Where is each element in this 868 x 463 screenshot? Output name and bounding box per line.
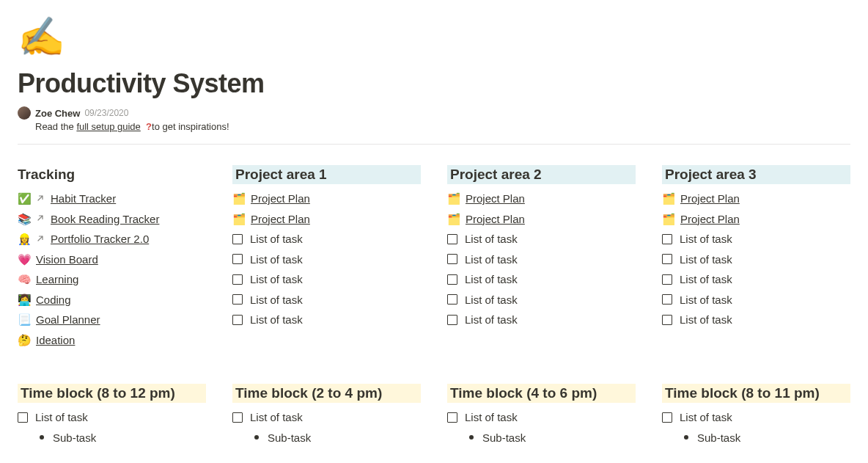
checkbox[interactable] <box>662 315 672 325</box>
tracking-item[interactable]: 👩‍💻Coding <box>18 290 206 310</box>
todo-item[interactable]: List of task <box>662 407 850 428</box>
sub-task-item: Sub-task <box>40 428 206 448</box>
tracking-item[interactable]: 👷‍♀️Portfolio Tracker 2.0 <box>18 229 206 249</box>
todo-label: List of task <box>465 310 518 329</box>
project-plan-link[interactable]: 🗂️Project Plan <box>447 189 636 209</box>
tracking-label[interactable]: Portfolio Tracker 2.0 <box>51 230 149 249</box>
author-name: Zoe Chew <box>35 108 80 119</box>
todo-item[interactable]: List of task <box>232 249 421 270</box>
sub-task-label: Sub-task <box>53 429 96 448</box>
bullet-icon <box>254 435 259 440</box>
todo-item[interactable]: List of task <box>232 310 421 330</box>
tracking-item[interactable]: 📚Book Reading Tracker <box>18 209 206 230</box>
divider <box>18 144 850 145</box>
subtitle-suffix: to get inspirations! <box>152 121 229 132</box>
checkbox[interactable] <box>232 315 243 325</box>
checkbox[interactable] <box>447 254 457 264</box>
todo-item[interactable]: List of task <box>662 290 850 310</box>
external-arrow-icon <box>36 234 46 244</box>
todo-item[interactable]: List of task <box>232 290 421 310</box>
checkbox[interactable] <box>232 234 243 244</box>
todo-item[interactable]: List of task <box>18 407 206 428</box>
project-area-1-column: Project area 1🗂️Project Plan🗂️Project Pl… <box>232 165 421 350</box>
checkbox[interactable] <box>447 294 457 305</box>
todo-label: List of task <box>465 291 518 310</box>
tracking-item[interactable]: 🤔Ideation <box>18 330 206 351</box>
bullet-icon <box>684 435 688 440</box>
time-block-heading: Time block (8 to 11 pm) <box>662 384 850 403</box>
checkbox[interactable] <box>232 412 243 423</box>
tracking-label[interactable]: Vision Board <box>36 250 98 269</box>
todo-item[interactable]: List of task <box>447 249 636 270</box>
checkbox[interactable] <box>232 254 243 264</box>
tracking-label[interactable]: Habit Tracker <box>51 189 116 208</box>
todo-item[interactable]: List of task <box>662 269 850 290</box>
project-plan-link[interactable]: 🗂️Project Plan <box>232 189 421 209</box>
checkbox[interactable] <box>232 274 243 285</box>
project-plan-label[interactable]: Project Plan <box>251 189 310 208</box>
tracking-label[interactable]: Learning <box>36 270 78 289</box>
todo-item[interactable]: List of task <box>447 310 636 330</box>
tracking-emoji: 📃 <box>18 310 32 329</box>
todo-label: List of task <box>250 291 303 310</box>
checkbox[interactable] <box>18 412 28 423</box>
project-plan-label[interactable]: Project Plan <box>251 210 310 229</box>
checkbox[interactable] <box>662 294 672 305</box>
checkbox[interactable] <box>447 274 457 285</box>
tracking-label[interactable]: Coding <box>36 291 71 310</box>
setup-guide-link[interactable]: full setup guide <box>76 121 140 132</box>
tracking-label[interactable]: Ideation <box>36 331 75 350</box>
todo-item[interactable]: List of task <box>447 407 636 428</box>
todo-label: List of task <box>680 250 732 269</box>
project-plan-emoji: 🗂️ <box>447 210 461 229</box>
time-block-heading: Time block (8 to 12 pm) <box>18 384 206 403</box>
tracking-item[interactable]: 📃Goal Planner <box>18 310 206 330</box>
sub-task-label: Sub-task <box>482 429 526 448</box>
tracking-emoji: 🤔 <box>18 331 32 350</box>
project-plan-label[interactable]: Project Plan <box>466 210 525 229</box>
todo-item[interactable]: List of task <box>447 290 636 310</box>
project-plan-label[interactable]: Project Plan <box>680 189 740 208</box>
checkbox[interactable] <box>447 315 457 325</box>
page-title: Productivity System <box>18 68 850 99</box>
todo-item[interactable]: List of task <box>232 229 421 249</box>
checkbox[interactable] <box>447 234 457 244</box>
todo-item[interactable]: List of task <box>662 229 850 249</box>
project-plan-link[interactable]: 🗂️Project Plan <box>447 209 636 230</box>
project-plan-label[interactable]: Project Plan <box>466 189 525 208</box>
checkbox[interactable] <box>232 294 243 305</box>
checkbox[interactable] <box>447 412 457 423</box>
tracking-emoji: 📚 <box>18 210 32 229</box>
project-plan-link[interactable]: 🗂️Project Plan <box>662 189 850 209</box>
project-plan-link[interactable]: 🗂️Project Plan <box>662 209 850 230</box>
todo-item[interactable]: List of task <box>662 310 850 330</box>
checkbox[interactable] <box>662 234 672 244</box>
todo-label: List of task <box>680 408 732 427</box>
checkbox[interactable] <box>662 274 672 285</box>
project-plan-label[interactable]: Project Plan <box>680 210 740 229</box>
project-area-2-column: Project area 2🗂️Project Plan🗂️Project Pl… <box>447 165 636 350</box>
todo-item[interactable]: List of task <box>447 269 636 290</box>
sub-task-item: Sub-task <box>254 428 421 448</box>
checkbox[interactable] <box>662 412 672 423</box>
todo-item[interactable]: List of task <box>662 249 850 270</box>
time-block-heading: Time block (2 to 4 pm) <box>232 384 421 403</box>
time-block-column: Time block (8 to 12 pm)List of taskSub-t… <box>18 384 206 448</box>
tracking-item[interactable]: 💗Vision Board <box>18 249 206 270</box>
project-plan-emoji: 🗂️ <box>232 189 246 208</box>
todo-item[interactable]: List of task <box>232 269 421 290</box>
todo-item[interactable]: List of task <box>232 407 421 428</box>
project-plan-emoji: 🗂️ <box>662 210 676 229</box>
avatar <box>18 106 31 120</box>
todo-item[interactable]: List of task <box>447 229 636 249</box>
todo-label: List of task <box>35 408 88 427</box>
todo-label: List of task <box>680 270 732 289</box>
tracking-emoji: 👷‍♀️ <box>18 230 32 249</box>
tracking-item[interactable]: 🧠Learning <box>18 269 206 290</box>
project-plan-link[interactable]: 🗂️Project Plan <box>232 209 421 230</box>
todo-label: List of task <box>250 250 303 269</box>
tracking-label[interactable]: Book Reading Tracker <box>51 210 159 229</box>
checkbox[interactable] <box>662 254 672 264</box>
tracking-item[interactable]: ✅Habit Tracker <box>18 189 206 209</box>
tracking-label[interactable]: Goal Planner <box>36 310 100 329</box>
